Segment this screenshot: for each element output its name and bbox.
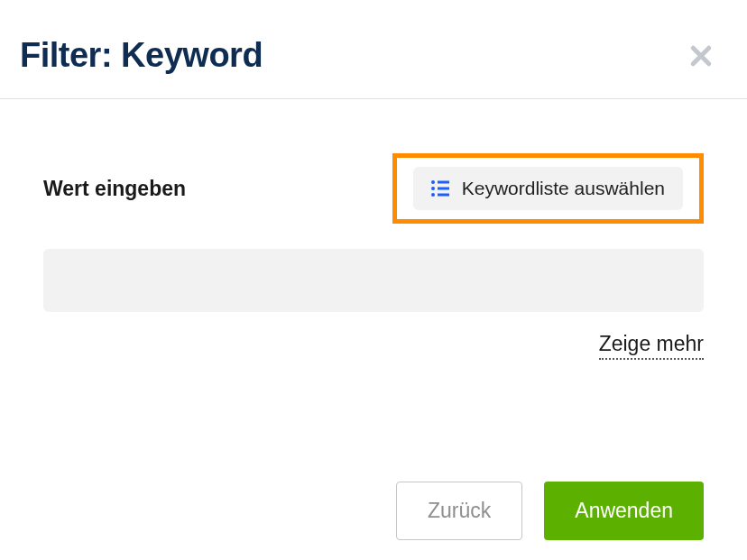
select-keyword-list-button[interactable]: Keywordliste auswählen xyxy=(413,167,683,210)
svg-point-4 xyxy=(431,193,435,197)
select-keyword-list-label: Keywordliste auswählen xyxy=(462,178,665,199)
show-more-link[interactable]: Zeige mehr xyxy=(599,332,704,360)
show-more-row: Zeige mehr xyxy=(43,332,704,360)
list-icon xyxy=(431,180,449,197)
highlight-annotation: Keywordliste auswählen xyxy=(392,153,704,224)
modal-title: Filter: Keyword xyxy=(20,36,263,75)
svg-rect-5 xyxy=(438,194,449,197)
apply-button[interactable]: Anwenden xyxy=(544,482,704,540)
input-row-header: Wert eingeben Keywordliste auswählen xyxy=(43,153,704,224)
svg-rect-1 xyxy=(438,181,449,184)
modal-header: Filter: Keyword xyxy=(0,0,747,99)
modal-body: Wert eingeben Keywordliste auswählen xyxy=(0,99,747,360)
svg-point-0 xyxy=(431,180,435,184)
svg-rect-3 xyxy=(438,188,449,190)
close-icon[interactable] xyxy=(687,42,715,69)
back-button[interactable]: Zurück xyxy=(396,482,522,540)
svg-point-2 xyxy=(431,187,435,190)
keyword-input[interactable] xyxy=(43,249,704,312)
input-label: Wert eingeben xyxy=(43,177,186,201)
modal-footer: Zurück Anwenden xyxy=(396,482,704,540)
